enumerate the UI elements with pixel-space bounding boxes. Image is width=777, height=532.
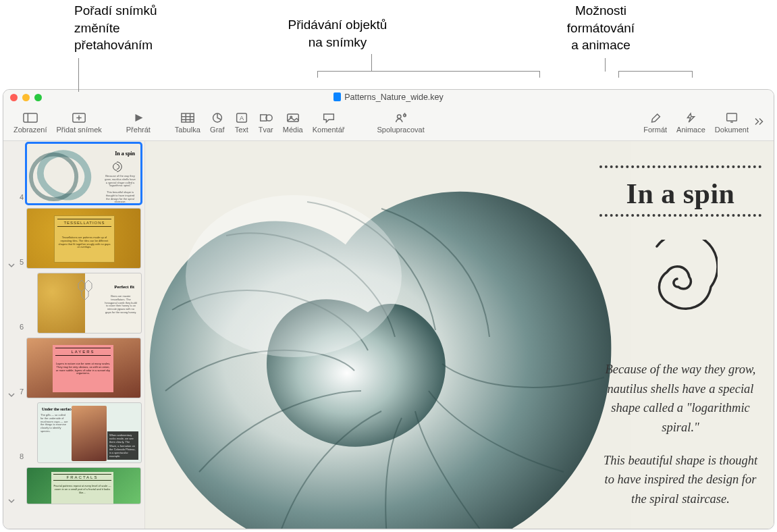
divider-dotted [599, 165, 761, 168]
callout-line [78, 58, 79, 92]
table-button[interactable]: Tabulka [170, 112, 205, 134]
slide-thumbnail-8[interactable]: Under the surface The gills — so called … [37, 402, 142, 463]
svg-rect-16 [288, 114, 299, 122]
svg-marker-28 [85, 280, 92, 292]
comment-button[interactable]: Komentář [308, 112, 350, 134]
view-button[interactable]: Zobrazení [9, 112, 52, 134]
annotation-layer: Pořadí snímkůzměnítepřetahováním Přidává… [0, 0, 777, 89]
media-button[interactable]: Média [278, 112, 308, 134]
play-icon [131, 112, 146, 124]
svg-rect-6 [182, 113, 194, 122]
text-icon: A [234, 112, 249, 124]
slide-number: 4 [17, 193, 24, 204]
table-label: Tabulka [175, 126, 200, 134]
nautilus-image [145, 141, 631, 529]
plus-rect-icon [72, 112, 86, 124]
document-button[interactable]: Dokument [710, 112, 753, 134]
filename-label: Patterns_Nature_wide.key [344, 92, 444, 102]
slide-thumbnail-9[interactable]: FRACTALS Fractal patterns repeat at ever… [26, 467, 141, 504]
thumb-title: TESSELLATIONS [57, 219, 111, 227]
slide-number [17, 502, 24, 504]
shape-button[interactable]: Tvar [254, 112, 278, 134]
chevron-down-icon [8, 392, 15, 398]
chart-button[interactable]: Graf [205, 112, 230, 134]
callout-bracket [618, 71, 693, 78]
collaborate-label: Spolupracovat [377, 126, 424, 134]
slide-number: 5 [17, 258, 24, 269]
format-label: Formát [643, 126, 667, 134]
document-label: Dokument [715, 126, 749, 134]
slide-number: 6 [17, 323, 24, 334]
add-slide-label: Přidat snímek [57, 126, 102, 134]
callout-format-animate: Možnostiformátovánía animace [533, 2, 668, 54]
thumb-title: Under the surface [42, 407, 73, 411]
slide-thumbnail-4[interactable]: In a spin Because of the way they grow, … [26, 143, 141, 204]
window-titlebar: Patterns_Nature_wide.key [3, 90, 774, 105]
text-button[interactable]: A Text [230, 112, 254, 134]
toolbar: Zobrazení Přidat snímek Přehrát Tabulka … [3, 105, 774, 141]
shape-icon [259, 112, 273, 124]
svg-point-31 [186, 195, 402, 357]
slide-content: In a spin Because of the way they grow, … [145, 141, 774, 529]
slide-body-1: Because of the way they grow, nautilus s… [599, 360, 761, 437]
slide-navigator[interactable]: ▾ 4 In a spin Because of the way they gr… [3, 141, 145, 529]
disclosure-triangle[interactable] [7, 498, 16, 504]
callout-bracket [317, 71, 540, 78]
animate-label: Animace [676, 126, 705, 134]
divider-dotted [599, 214, 761, 217]
slide-title: In a spin [599, 178, 761, 210]
collaborate-icon [394, 112, 408, 124]
media-label: Média [283, 126, 303, 134]
slide-number: 7 [17, 388, 24, 398]
media-icon [286, 112, 300, 124]
collaborate-button[interactable]: Spolupracovat [372, 112, 429, 134]
spiral-icon [643, 240, 718, 321]
view-icon [23, 112, 38, 124]
svg-rect-23 [727, 113, 737, 121]
view-label: Zobrazení [14, 126, 47, 134]
chevron-down-icon [8, 498, 15, 504]
callout-line [605, 58, 606, 72]
slide-thumb-row: · 6 Perfect fit Bees are master tessella… [5, 273, 143, 334]
slide-thumbnail-6[interactable]: Perfect fit Bees are master tessellators… [37, 273, 142, 334]
shape-label: Tvar [259, 126, 273, 134]
callout-add-objects: Přidávání objektůna snímky [250, 16, 425, 51]
play-button[interactable]: Přehrát [122, 112, 155, 134]
window-body: ▾ 4 In a spin Because of the way they gr… [3, 141, 774, 529]
chevron-double-right-icon [753, 117, 766, 126]
slide-thumb-row: · 8 Under the surface The gills — so cal… [5, 402, 143, 463]
callout-line [371, 54, 372, 72]
add-slide-button[interactable]: Přidat snímek [52, 112, 107, 134]
disclosure-triangle[interactable] [7, 262, 16, 269]
toolbar-overflow-button[interactable] [753, 117, 768, 129]
thumb-title: LAYERS [55, 348, 111, 356]
slide-thumbnail-5[interactable]: TESSELLATIONS Tessellations are patterns… [26, 208, 141, 269]
slide-thumb-row: FRACTALS Fractal patterns repeat at ever… [5, 467, 143, 504]
chart-label: Graf [210, 126, 224, 134]
svg-marker-27 [78, 280, 85, 292]
keynote-file-icon [333, 92, 341, 101]
callout-drag-reorder: Pořadí snímkůzměnítepřetahováním [74, 2, 189, 54]
slide-thumb-row: 7 LAYERS Layers in nature can be seen at… [5, 338, 143, 398]
format-button[interactable]: Formát [639, 112, 672, 134]
document-title: Patterns_Nature_wide.key [3, 92, 774, 102]
comment-label: Komentář [313, 126, 345, 134]
svg-rect-0 [24, 113, 37, 122]
svg-point-18 [397, 114, 401, 118]
slide-thumbnail-7[interactable]: LAYERS Layers in nature can be seen at m… [26, 338, 141, 398]
chart-icon [210, 112, 225, 124]
slide-thumb-row: 5 TESSELLATIONS Tessellations are patter… [5, 208, 143, 269]
slide-canvas[interactable]: In a spin Because of the way they grow, … [145, 141, 774, 529]
svg-text:A: A [240, 115, 244, 122]
thumb-title: Perfect fit [114, 284, 134, 290]
slide-thumb-row: ▾ 4 In a spin Because of the way they gr… [5, 143, 143, 204]
paintbrush-icon [648, 112, 663, 124]
text-label: Text [235, 126, 248, 134]
slide-text-block[interactable]: In a spin Because of the way they grow, … [599, 161, 761, 509]
animate-button[interactable]: Animace [672, 112, 710, 134]
play-label: Přehrát [126, 126, 151, 134]
table-icon [180, 112, 195, 124]
disclosure-triangle[interactable] [7, 392, 16, 398]
comment-icon [321, 112, 336, 124]
thumb-title: In a spin [115, 151, 135, 157]
